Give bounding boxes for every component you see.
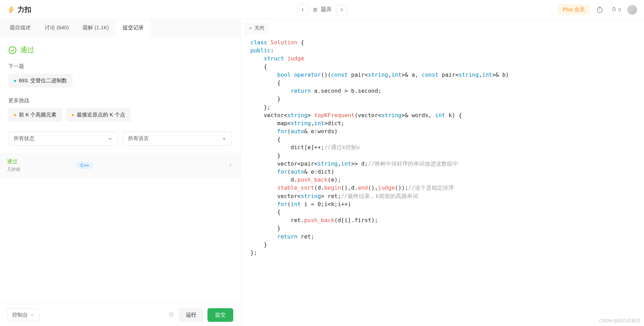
close-icon [248, 26, 252, 30]
challenge-chip[interactable]: 前 K 个高频元素 [8, 108, 62, 122]
fire-counter[interactable]: 0 [610, 6, 621, 13]
svg-point-0 [597, 7, 603, 13]
fire-icon [610, 6, 617, 13]
left-content: 通过 下一题 693. 交替位二进制数 更多挑战 前 K 个高频元素 最接近原点… [0, 37, 240, 304]
avatar[interactable] [627, 5, 637, 15]
nav-prev-button[interactable] [297, 4, 308, 15]
nav-next-button[interactable] [336, 4, 347, 15]
chevron-up-icon [30, 313, 34, 317]
nav-title[interactable]: 题库 [312, 6, 332, 13]
top-bar: 力扣 题库 Plus 会员 0 [0, 0, 644, 20]
nav-center: 题库 [297, 4, 347, 15]
submission-item[interactable]: 通过 几秒前 C++ [0, 153, 240, 178]
tab-solutions[interactable]: 题解 (1.1K) [76, 20, 116, 37]
timer-icon[interactable] [596, 6, 604, 14]
next-label: 下一题 [8, 63, 232, 70]
bug-icon[interactable] [168, 311, 175, 319]
difficulty-dot-icon [72, 114, 74, 116]
language-filter-select[interactable]: 所有语言 [123, 131, 232, 146]
chevron-down-icon [222, 136, 227, 141]
submission-time: 几秒前 [7, 166, 21, 173]
right-panel: 关闭 class Solution { public: struct judge… [241, 20, 644, 326]
status-text: 通过 [20, 45, 34, 55]
close-tab[interactable]: 关闭 [243, 22, 269, 34]
logo[interactable]: 力扣 [7, 5, 31, 14]
svg-point-2 [170, 313, 173, 316]
language-badge: C++ [76, 162, 93, 169]
submit-button[interactable]: 提交 [207, 308, 233, 322]
more-label: 更多挑战 [8, 97, 232, 104]
chevron-down-icon [108, 136, 113, 141]
logo-text: 力扣 [17, 5, 31, 14]
difficulty-dot-icon [14, 114, 16, 116]
left-footer: 控制台 运行 提交 [0, 304, 240, 326]
submission-status: 通过 [7, 158, 21, 165]
plus-badge[interactable]: Plus 会员 [558, 4, 590, 15]
status-row: 通过 [8, 45, 232, 55]
watermark: CSDN @叹白叹夜叹 [599, 318, 641, 324]
difficulty-dot-icon [14, 80, 16, 82]
next-problem-chip[interactable]: 693. 交替位二进制数 [8, 74, 73, 88]
tabs: 题目描述 讨论 (640) 题解 (1.1K) 提交记录 [0, 20, 240, 37]
tab-discuss[interactable]: 讨论 (640) [38, 20, 76, 37]
logo-icon [7, 6, 15, 14]
svg-point-1 [9, 47, 16, 54]
left-panel: 题目描述 讨论 (640) 题解 (1.1K) 提交记录 通过 下一题 693.… [0, 20, 241, 326]
code-editor[interactable]: class Solution { public: struct judge { … [241, 34, 644, 326]
tab-submissions[interactable]: 提交记录 [116, 20, 151, 37]
tab-description[interactable]: 题目描述 [3, 20, 38, 37]
status-filter-select[interactable]: 所有状态 [8, 131, 118, 146]
list-icon [312, 7, 318, 13]
check-circle-icon [8, 46, 17, 54]
top-right: Plus 会员 0 [558, 4, 637, 15]
run-button[interactable]: 运行 [179, 308, 203, 322]
challenge-chip[interactable]: 最接近原点的 K 个点 [66, 108, 130, 122]
chevron-right-icon [228, 162, 233, 169]
console-button[interactable]: 控制台 [7, 309, 39, 321]
